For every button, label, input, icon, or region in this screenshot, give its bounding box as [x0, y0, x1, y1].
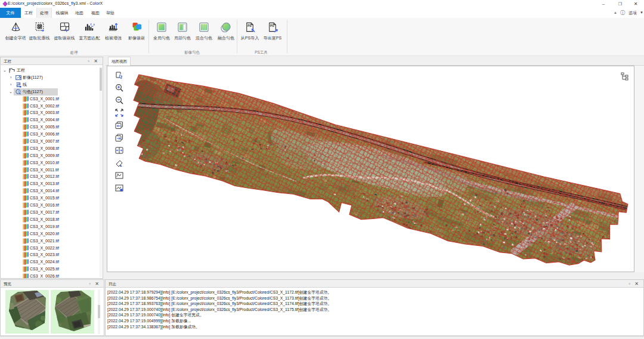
svg-text:PS: PS [247, 25, 252, 28]
svg-text:PS: PS [270, 25, 274, 28]
